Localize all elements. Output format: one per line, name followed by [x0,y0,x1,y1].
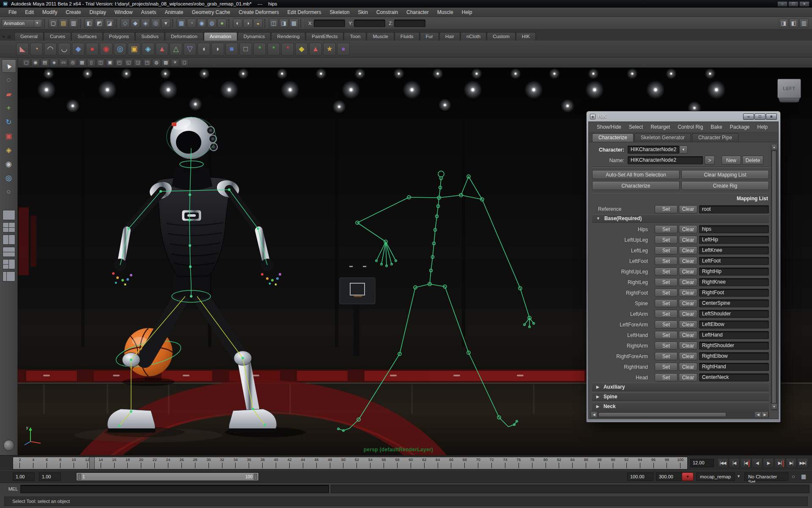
output-connections-icon[interactable]: ◑ [243,19,252,28]
pane-menu-icon[interactable] [3,440,14,451]
vertical-scroll-thumb[interactable] [772,151,776,403]
x-coordinate-input[interactable] [314,19,345,27]
animation-start-field[interactable]: 1.00 [13,472,35,481]
frame-tick[interactable]: 22 [148,457,162,469]
mapping-value-field[interactable]: LeftKnee [699,246,769,254]
lights-mode-icon[interactable]: ☀ [171,59,179,66]
auto-keyframe-toggle[interactable]: ▼ [682,472,694,481]
new-button[interactable]: New [721,156,741,165]
frame-tick[interactable]: 28 [188,457,202,469]
shelf-flag-icon[interactable]: ▲ [309,43,322,55]
character-set-key-icon[interactable]: ○ [792,473,795,480]
go-to-start-button[interactable]: |◀◀ [717,458,728,468]
hik-title-bar[interactable]: ✳ HIK –□× [588,111,779,121]
shelf-tab[interactable]: Toon [344,32,366,41]
snap-view-plane-icon[interactable]: ◍ [207,19,217,28]
bookmark-icon[interactable]: ◈ [50,59,58,66]
shelf-tab[interactable]: Dynamics [238,32,271,41]
frame-tick[interactable]: 10 [67,457,81,469]
mapping-value-field[interactable]: RightShoulder [699,342,769,350]
image-plane-icon[interactable]: ▭ [59,59,68,66]
mapping-value-field[interactable]: RightHip [699,268,769,276]
shelf-tab[interactable]: Hair [439,32,460,41]
mapping-clear-button[interactable]: Clear [679,363,697,371]
shelf-ik-handle-icon[interactable]: ● [86,43,99,55]
rotate-tool[interactable]: ↻ [2,115,16,129]
group-grip[interactable] [116,19,119,28]
go-to-end-button[interactable]: ▶▶| [797,458,808,468]
frame-tick[interactable]: 34 [229,457,242,469]
chevron-down-icon[interactable]: ▼ [34,20,40,27]
mapping-set-button[interactable]: Set [655,246,678,254]
mapping-set-button[interactable]: Set [655,268,678,276]
frame-tick[interactable]: 4 [27,457,40,469]
xray-mode-icon[interactable]: ◻ [180,59,189,66]
menu-set-selector[interactable]: Animation ▼ [2,19,42,28]
shelf-character-set-icon[interactable]: ● [337,43,350,55]
shelf-set-key-icon[interactable]: ◉ [100,43,112,55]
menu-item[interactable]: Geometry Cache [188,9,235,15]
clear-mapping-list-button[interactable]: Clear Mapping List [681,170,769,179]
mapping-clear-button[interactable]: Clear [679,299,697,307]
menu-item[interactable]: Help [458,9,477,15]
layout-two-side-button[interactable] [3,235,15,245]
frame-tick[interactable]: 20 [134,457,148,469]
mask-dropdown-icon[interactable]: ▾ [161,19,170,28]
select-object-icon[interactable]: ◩ [95,19,104,28]
select-hierarchy-icon[interactable]: ◧ [85,19,94,28]
hik-menu-item[interactable]: Retarget [647,124,674,130]
mapping-clear-button[interactable]: Clear [679,310,697,318]
name-input[interactable]: HIKCharacterNode2 [628,156,703,164]
toggle-attribute-editor-icon[interactable]: ◨ [779,19,788,28]
frame-tick[interactable]: 94 [633,457,647,469]
mask-surfaces-icon[interactable]: ◎ [151,19,160,28]
frame-tick[interactable]: 32 [215,457,229,469]
mapping-set-button[interactable]: Set [655,299,678,307]
layout-outliner-persp-button[interactable] [3,271,15,282]
playback-range-bar[interactable]: 1 100 [76,472,259,481]
resolution-gate-icon[interactable]: ◫ [96,59,105,66]
hik-window[interactable]: ✳ HIK –□× Show/HideSelectRetargetControl… [586,111,781,422]
auto-set-all-button[interactable]: Auto-Set All from Selection [592,170,680,179]
time-ruler[interactable]: 2468101214161820222426283032343638404244… [13,457,688,469]
frame-tick[interactable]: 38 [256,457,269,469]
frame-tick[interactable]: 16 [107,457,121,469]
group-grip[interactable] [300,19,303,28]
group-grip[interactable] [228,19,231,28]
mapping-value-field[interactable]: LeftFoot [699,257,769,265]
current-time-field[interactable]: 12.00 [690,459,714,467]
base-required-section-header[interactable]: ▼ Base(Required) [592,214,769,223]
camera-attributes-icon[interactable]: ▤ [41,59,49,66]
group-grip[interactable] [172,19,175,28]
z-coordinate-input[interactable] [394,19,425,27]
shelf-constraint-icon[interactable]: □ [239,43,252,55]
mapping-value-field[interactable]: RightFoot [699,289,769,297]
hik-tab[interactable]: Character Pipe [692,133,738,142]
paint-select-tool[interactable]: ▰ [2,87,16,101]
hik-menu-item[interactable]: Select [625,124,647,130]
textured-mode-icon[interactable]: ▩ [162,59,170,66]
mapping-value-field[interactable]: RightHand [699,363,769,371]
menu-item[interactable]: Skeleton [326,9,354,15]
mapping-set-button[interactable]: Set [655,320,678,329]
shelf-ease-out-icon[interactable]: ◡ [58,43,71,55]
reference-clear-button[interactable]: Clear [679,205,697,213]
hik-vertical-scrollbar[interactable]: ▲ ▼ [771,144,777,410]
frame-tick[interactable]: 90 [606,457,620,469]
frame-tick[interactable]: 84 [566,457,579,469]
left-cube-object[interactable]: LEFT [777,79,801,98]
show-manipulator-tool[interactable]: ◎ [2,171,16,185]
app-minimize-button[interactable]: – [777,1,787,7]
mapping-value-field[interactable]: LeftHand [699,331,769,339]
last-tool[interactable]: ○ [2,185,16,199]
menu-item[interactable]: Assets [137,9,160,15]
grid-icon[interactable]: ▦ [78,59,86,66]
shelf-tab[interactable]: Custom [487,32,516,41]
mel-input[interactable] [20,485,329,493]
frame-tick[interactable]: 78 [525,457,539,469]
app-title-bar[interactable]: M Autodesk Maya 2011 Beta 2 x64 - Trial … [0,0,812,8]
film-gate-icon[interactable]: ▯ [87,59,96,66]
frame-tick[interactable]: 6 [40,457,54,469]
playback-end-field[interactable]: 100.00 [627,472,653,481]
range-end-handle[interactable] [254,474,257,480]
